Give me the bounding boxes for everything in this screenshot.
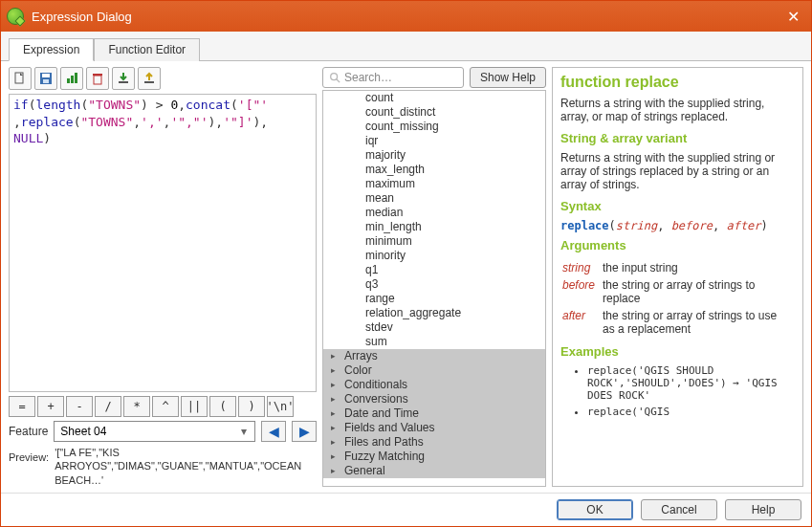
delete-icon[interactable] <box>86 67 109 90</box>
arg-name: after <box>562 308 601 337</box>
feature-input[interactable] <box>58 424 238 439</box>
preview-row: Preview: '["LA FE","KISARROYOS","DIMAS",… <box>9 446 317 487</box>
svg-rect-9 <box>119 81 128 83</box>
op-multiply[interactable]: * <box>123 396 150 417</box>
tree-group-conversions[interactable]: Conversions <box>323 392 545 406</box>
feature-label: Feature <box>9 425 48 438</box>
close-icon[interactable]: ✕ <box>781 8 805 26</box>
left-pane: if(length("TOWNS") > 0,concat('["' ,repl… <box>9 67 317 487</box>
op-newline[interactable]: '\n' <box>267 396 294 417</box>
tree-item[interactable]: sum <box>323 335 545 349</box>
svg-line-12 <box>337 79 340 82</box>
new-file-icon[interactable] <box>9 67 32 90</box>
tree-item[interactable]: relation_aggregate <box>323 306 545 320</box>
help-arguments-label: Arguments <box>560 238 795 253</box>
example-item: replace('QGIS <box>587 406 795 418</box>
tree-item[interactable]: median <box>323 206 545 220</box>
tree-item[interactable]: range <box>323 292 545 306</box>
tree-item[interactable]: minority <box>323 249 545 263</box>
export-icon[interactable] <box>138 67 161 90</box>
svg-rect-10 <box>144 81 154 83</box>
cancel-button[interactable]: Cancel <box>641 499 717 520</box>
tree-item[interactable]: stdev <box>323 320 545 335</box>
import-icon[interactable] <box>112 67 135 90</box>
arg-desc: the input string <box>603 260 793 275</box>
examples-list: replace('QGIS SHOULD ROCK','SHOULD','DOE… <box>560 364 795 418</box>
svg-point-11 <box>331 74 338 80</box>
help-syntax-label: Syntax <box>560 199 795 213</box>
tree-group-files[interactable]: Files and Paths <box>323 435 545 450</box>
tree-item[interactable]: minimum <box>323 234 545 249</box>
expression-editor[interactable]: if(length("TOWNS") > 0,concat('["' ,repl… <box>9 94 317 392</box>
example-item: replace('QGIS SHOULD ROCK','SHOULD','DOE… <box>587 364 795 402</box>
feature-row: Feature ▾ ◀ ▶ <box>9 421 317 442</box>
svg-rect-4 <box>67 78 70 83</box>
tree-item[interactable]: q3 <box>323 277 545 292</box>
history-icon[interactable] <box>60 67 83 90</box>
save-icon[interactable] <box>34 67 57 90</box>
show-help-button[interactable]: Show Help <box>470 67 546 88</box>
feature-select[interactable]: ▾ <box>54 421 255 442</box>
qgis-icon <box>7 8 24 25</box>
editor-toolbar <box>9 67 317 90</box>
tree-item[interactable]: count_missing <box>323 120 545 134</box>
tree-group-general[interactable]: General <box>323 464 545 478</box>
tab-bar: Expression Function Editor <box>1 32 811 61</box>
tree-group-color[interactable]: Color <box>323 363 545 378</box>
tree-item[interactable]: mean <box>323 191 545 206</box>
tree-item[interactable]: maximum <box>323 177 545 191</box>
tree-item[interactable]: min_length <box>323 220 545 234</box>
tree-item[interactable]: max_length <box>323 163 545 177</box>
svg-rect-7 <box>94 76 101 84</box>
tree-item[interactable]: q1 <box>323 263 545 277</box>
search-input[interactable]: Search… <box>322 67 464 88</box>
help-variant-title: String & array variant <box>560 131 795 145</box>
arguments-table: stringthe input string beforethe string … <box>560 258 795 339</box>
help-button[interactable]: Help <box>725 499 801 520</box>
op-equals[interactable]: = <box>9 396 35 417</box>
search-icon <box>329 72 340 83</box>
arg-name: string <box>562 260 601 275</box>
tree-group-fuzzy[interactable]: Fuzzy Matching <box>323 450 545 464</box>
function-tree[interactable]: count count_distinct count_missing iqr m… <box>322 90 546 487</box>
svg-rect-6 <box>75 73 77 83</box>
arg-desc: the string or array of strings to replac… <box>603 277 793 306</box>
preview-label: Preview: <box>9 446 49 463</box>
op-concat[interactable]: || <box>181 396 208 417</box>
svg-rect-5 <box>71 76 74 83</box>
search-row: Search… Show Help <box>322 67 546 88</box>
next-feature-button[interactable]: ▶ <box>292 421 317 442</box>
op-lparen[interactable]: ( <box>209 396 236 417</box>
tree-group-conditionals[interactable]: Conditionals <box>323 378 545 392</box>
tab-expression[interactable]: Expression <box>9 38 94 61</box>
dialog-body: if(length("TOWNS") > 0,concat('["' ,repl… <box>1 61 811 493</box>
op-rparen[interactable]: ) <box>238 396 265 417</box>
op-minus[interactable]: - <box>66 396 93 417</box>
operator-bar: = + - / * ^ || ( ) '\n' <box>9 396 317 417</box>
ok-button[interactable]: OK <box>557 499 633 520</box>
tree-item[interactable]: count <box>323 91 545 105</box>
tree-group-arrays[interactable]: Arrays <box>323 349 545 363</box>
svg-rect-8 <box>93 74 102 76</box>
dialog-footer: OK Cancel Help <box>1 493 811 526</box>
tree-item[interactable]: count_distinct <box>323 105 545 120</box>
op-plus[interactable]: + <box>37 396 64 417</box>
op-divide[interactable]: / <box>95 396 121 417</box>
window-title: Expression Dialog <box>32 10 781 24</box>
svg-rect-3 <box>43 79 49 83</box>
op-power[interactable]: ^ <box>152 396 179 417</box>
svg-rect-0 <box>15 73 23 83</box>
help-examples-label: Examples <box>560 344 795 359</box>
svg-rect-2 <box>42 74 50 77</box>
prev-feature-button[interactable]: ◀ <box>261 421 286 442</box>
tree-item[interactable]: majority <box>323 148 545 163</box>
chevron-down-icon[interactable]: ▾ <box>238 425 251 438</box>
help-desc: Returns a string with the supplied strin… <box>560 97 795 123</box>
tree-group-fields[interactable]: Fields and Values <box>323 421 545 435</box>
tree-group-datetime[interactable]: Date and Time <box>323 406 545 421</box>
help-pane: function replace Returns a string with t… <box>552 67 803 487</box>
tab-function-editor[interactable]: Function Editor <box>94 38 200 61</box>
tree-item[interactable]: iqr <box>323 134 545 148</box>
preview-value: '["LA FE","KISARROYOS","DIMAS","GUANE","… <box>55 446 317 487</box>
search-placeholder: Search… <box>344 71 392 84</box>
